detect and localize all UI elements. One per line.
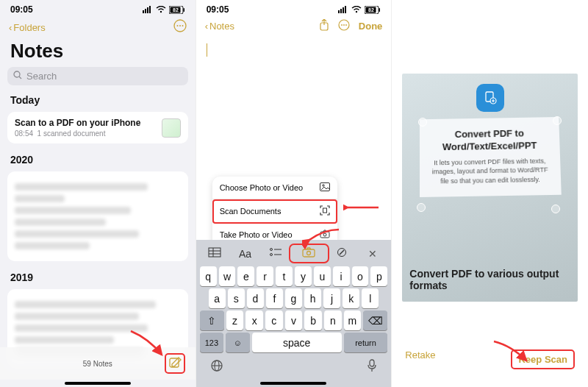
svg-point-31 (322, 185, 323, 186)
key-x[interactable]: x (245, 310, 263, 330)
key-z[interactable]: z (226, 310, 244, 330)
svg-rect-7 (183, 8, 184, 12)
annotation-arrow-icon (128, 328, 168, 361)
signal-icon (338, 6, 348, 13)
key-u[interactable]: u (314, 266, 331, 286)
share-icon[interactable] (319, 19, 329, 33)
menu-label: Scan Documents (220, 207, 282, 216)
key-space[interactable]: space (252, 333, 342, 352)
key-i[interactable]: i (333, 266, 350, 286)
note-card[interactable]: Scan to a PDF on your iPhone 08:54 1 sca… (7, 112, 188, 143)
key-f[interactable]: f (266, 288, 283, 308)
text-format-button[interactable]: Aa (230, 248, 260, 260)
svg-rect-3 (149, 6, 151, 13)
kb-row-2: asdfghjkl (200, 288, 388, 308)
key-s[interactable]: s (228, 288, 245, 308)
kb-row-3: ⇧ zxcvbnm ⌫ (200, 310, 388, 330)
retake-button[interactable]: Retake (405, 349, 435, 369)
battery-icon: 82 (365, 6, 381, 14)
key-v[interactable]: v (285, 310, 303, 330)
key-k[interactable]: k (343, 288, 359, 308)
annotation-arrow-icon (302, 227, 342, 259)
status-bar: 09:05 82 (196, 0, 392, 16)
back-button[interactable]: ‹ Folders (9, 22, 46, 33)
key-t[interactable]: t (276, 266, 293, 286)
svg-rect-16 (338, 10, 340, 13)
key-o[interactable]: o (352, 266, 369, 286)
key-d[interactable]: d (247, 288, 264, 308)
text-cursor (207, 43, 208, 57)
globe-icon[interactable] (210, 359, 223, 375)
key-j[interactable]: j (323, 288, 340, 308)
crop-handle[interactable] (417, 203, 426, 212)
back-label: Folders (13, 22, 45, 33)
compose-button[interactable] (165, 353, 185, 374)
close-icon[interactable]: ✕ (357, 248, 387, 260)
menu-choose-photo[interactable]: Choose Photo or Video (212, 177, 337, 199)
status-bar: 09:05 82 (0, 0, 196, 16)
key-q[interactable]: q (200, 266, 217, 286)
svg-point-13 (14, 71, 20, 77)
svg-rect-19 (345, 6, 346, 13)
key-123[interactable]: 123 (200, 333, 224, 352)
key-g[interactable]: g (285, 288, 302, 308)
more-icon[interactable] (173, 19, 187, 35)
svg-rect-17 (340, 9, 342, 13)
key-e[interactable]: e (237, 266, 254, 286)
key-y[interactable]: y (295, 266, 312, 286)
scan-preview[interactable]: Convert PDF to Word/Text/Excel/PPT It le… (402, 74, 578, 302)
signal-icon (143, 6, 153, 13)
phone-notes-list: 09:05 82 ‹ Folders Notes Search Today Sc… (0, 0, 196, 387)
status-time: 09:05 (10, 4, 33, 15)
svg-line-14 (19, 77, 21, 79)
section-today: Today (0, 91, 196, 109)
search-input[interactable]: Search (7, 67, 188, 85)
key-a[interactable]: a (209, 288, 226, 308)
checklist-icon[interactable] (260, 247, 290, 260)
wifi-icon (351, 6, 362, 13)
key-backspace[interactable]: ⌫ (363, 310, 387, 330)
done-button[interactable]: Done (359, 21, 383, 32)
svg-point-27 (341, 24, 343, 26)
back-button[interactable]: ‹ Notes (205, 21, 234, 32)
crop-handle[interactable] (553, 116, 562, 125)
back-label: Notes (209, 21, 234, 32)
key-emoji[interactable]: ☺ (226, 333, 250, 352)
note-subtitle: 08:54 1 scanned document (15, 129, 140, 138)
phone-note-editor: 09:05 82 ‹ Notes Done Choose Photo or Vi… (196, 0, 392, 387)
key-return[interactable]: return (344, 333, 388, 352)
search-placeholder: Search (26, 71, 57, 82)
key-p[interactable]: p (370, 266, 387, 286)
home-indicator (65, 382, 131, 385)
mic-icon[interactable] (367, 359, 377, 375)
svg-rect-2 (147, 7, 148, 13)
key-w[interactable]: w (219, 266, 236, 286)
key-l[interactable]: l (362, 288, 379, 308)
key-h[interactable]: h (304, 288, 321, 308)
key-n[interactable]: n (324, 310, 342, 330)
key-b[interactable]: b (304, 310, 322, 330)
crop-handle[interactable] (551, 205, 560, 213)
home-indicator (260, 382, 326, 385)
scanned-document-panel: Convert PDF to Word/Text/Excel/PPT It le… (420, 117, 561, 197)
svg-text:82: 82 (173, 7, 179, 13)
doc-lower-heading: Convert PDF to various output formats (409, 268, 570, 291)
svg-rect-32 (323, 208, 326, 213)
key-c[interactable]: c (265, 310, 283, 330)
note-body[interactable] (196, 36, 392, 161)
svg-point-43 (270, 249, 272, 251)
svg-point-11 (179, 25, 181, 26)
key-m[interactable]: m (344, 310, 362, 330)
svg-rect-18 (343, 7, 344, 13)
keyboard: Aa ✕ qwertyuiop asdfghjkl ⇧ zxcvbnm ⌫ 12… (196, 240, 392, 387)
svg-text:82: 82 (368, 7, 374, 13)
svg-rect-53 (370, 360, 374, 366)
menu-label: Take Photo or Video (220, 230, 293, 239)
more-icon[interactable] (338, 19, 350, 33)
key-shift[interactable]: ⇧ (200, 310, 224, 330)
key-r[interactable]: r (257, 266, 273, 286)
menu-scan-documents[interactable]: Scan Documents (212, 199, 337, 224)
photo-icon (320, 182, 330, 193)
svg-rect-39 (209, 248, 220, 257)
table-icon[interactable] (200, 247, 230, 260)
